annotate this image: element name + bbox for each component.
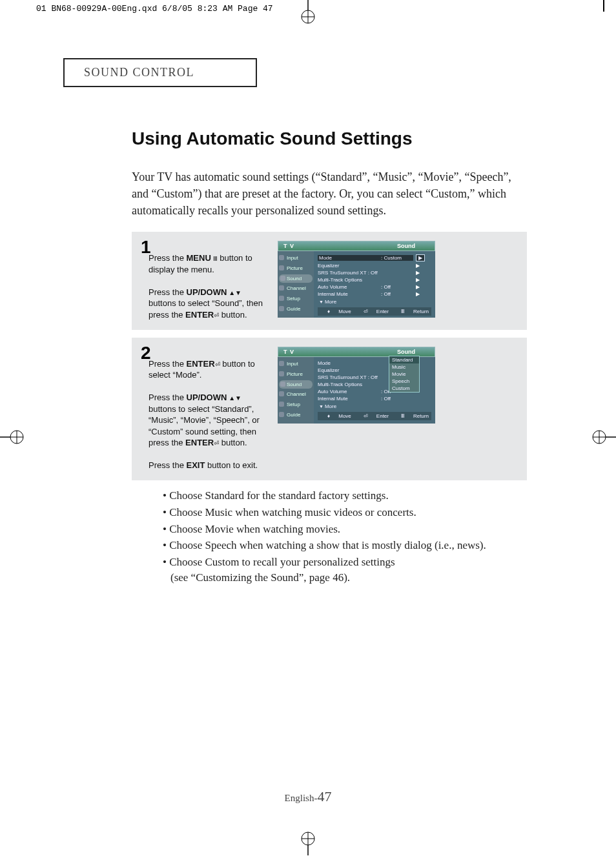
tip-speech: Choose Speech when watching a show that … [163, 538, 527, 553]
step-1-text: Press the MENU Ⅲ button to display the m… [149, 238, 270, 320]
enter-label: ENTER [187, 359, 215, 369]
osd-nav-sound: Sound [279, 274, 313, 283]
osd-footer: ♦ Move ⏎ Enter Ⅲ Return [318, 307, 431, 316]
footer-lang: English- [285, 793, 318, 803]
nav-label: Guide [287, 412, 300, 418]
setup-icon [279, 402, 284, 407]
osd-nav-picture: Picture [278, 370, 314, 378]
updown-icon: ▲▼ [227, 394, 241, 402]
osd-val: : Off [381, 291, 413, 297]
osd-tv-label: T V [278, 347, 300, 356]
osd-nav-setup: Setup [278, 400, 314, 409]
text-span: Press the [149, 253, 187, 263]
foot-label: Move [331, 309, 351, 314]
option-movie: Movie [389, 371, 419, 378]
osd-foot-enter: ⏎ Enter [356, 413, 389, 419]
osd-key: Internal Mute [318, 291, 381, 297]
osd-header: T V Sound [278, 241, 435, 251]
osd-foot-enter: ⏎ Enter [356, 309, 389, 314]
footer-page-number: 47 [317, 788, 331, 804]
osd-nav: Input Picture Sound Channel Setup Guide [278, 357, 314, 424]
section-tab-label: SOUND CONTROL [84, 66, 194, 79]
page-title: Using Automatic Sound Settings [132, 128, 553, 149]
text-span: button to exit. [205, 460, 258, 470]
channel-icon [279, 285, 284, 291]
arrow-right-icon: ▶ [413, 270, 420, 276]
cropmark-top [295, 0, 321, 26]
input-icon [279, 255, 284, 260]
arrow-right-icon: ▶ [413, 291, 420, 297]
picture-icon [279, 371, 284, 376]
osd-key: Auto Volume [318, 389, 381, 394]
foot-label: Enter [369, 309, 389, 314]
osd-nav-setup: Setup [278, 294, 314, 303]
nav-label: Setup [287, 402, 300, 407]
exit-label: EXIT [187, 460, 205, 470]
osd-main: Mode : Custom ▶ Equalizer▶ SRS TruSurrou… [314, 251, 435, 318]
tip-custom-line1: Choose Custom to recall your personalize… [169, 556, 395, 568]
osd-key: Multi-Track Options [318, 277, 381, 283]
cropmark-top-right [603, 0, 604, 12]
step-1-screenshot: T V Sound Input Picture Sound Channel Se… [278, 238, 518, 320]
osd-foot-return: Ⅲ Return [394, 413, 429, 419]
osd-key: Equalizer [318, 263, 381, 269]
foot-label: Enter [369, 413, 389, 419]
menu-label: MENU [187, 253, 211, 263]
guide-icon [279, 412, 284, 417]
osd-nav-input: Input [278, 254, 314, 262]
osd-title: Sound [397, 241, 435, 250]
nav-label: Picture [287, 371, 303, 377]
nav-label: Picture [287, 265, 303, 271]
step-2-card: 2 Press the ENTER⏎ button to select “Mod… [132, 338, 527, 480]
tip-movie: Choose Movie when watching movies. [163, 522, 527, 537]
osd-key: Mode [318, 360, 381, 366]
osd-nav: Input Picture Sound Channel Setup Guide [278, 251, 314, 318]
nav-label: Setup [287, 296, 300, 301]
sound-icon [280, 382, 285, 387]
osd-more: More [318, 298, 431, 307]
foot-label: Move [331, 413, 351, 419]
osd-row-intmute: Internal Mute: Off▶ [318, 291, 431, 298]
cropmark-bottom [295, 830, 321, 858]
nav-label: Input [287, 361, 298, 367]
nav-label: Sound [287, 382, 302, 387]
osd-title: Sound [397, 347, 435, 356]
osd-main: Mode Equalizer SRS TruSurround XT : Off … [314, 357, 435, 424]
option-custom: Custom [389, 385, 419, 392]
picture-icon [279, 265, 284, 271]
print-header: 01 BN68-00929A-00Eng.qxd 6/8/05 8:23 AM … [36, 4, 273, 14]
tip-custom: Choose Custom to recall your personalize… [163, 555, 527, 586]
cropmark-left [0, 424, 26, 453]
foot-label: Return [406, 413, 429, 419]
osd-nav-guide: Guide [278, 305, 314, 313]
guide-icon [279, 306, 284, 311]
step-2-text: Press the ENTER⏎ button to select “Mode”… [149, 344, 270, 471]
osd-nav-sound: Sound [279, 380, 313, 389]
text-span: Press the [149, 359, 187, 369]
updown-label: UP/DOWN [187, 393, 227, 402]
step-2-screenshot: T V Sound Input Picture Sound Channel Se… [278, 344, 518, 471]
intro-paragraph: Your TV has automatic sound settings (“S… [132, 169, 527, 219]
tip-music: Choose Music when watching music videos … [163, 505, 527, 520]
option-music: Music [389, 363, 419, 371]
osd-footer: ♦ Move ⏎ Enter Ⅲ Return [318, 412, 431, 420]
input-icon [279, 361, 284, 366]
nav-label: Channel [287, 391, 306, 397]
tips-list: Choose Standard for the standard factory… [137, 488, 527, 586]
osd-val: : Off [381, 396, 413, 402]
text-span: Press the [149, 460, 187, 470]
osd-nav-channel: Channel [278, 390, 314, 398]
osd-key: Equalizer [318, 367, 381, 373]
osd-row-mode: Mode : Custom ▶ [318, 254, 431, 262]
osd-nav-guide: Guide [278, 411, 314, 419]
osd-foot-move: ♦ Move [320, 413, 351, 419]
nav-label: Channel [287, 285, 306, 291]
enter-label: ENTER [185, 438, 214, 447]
tip-custom-line2: (see “Customizing the Sound”, page 46). [170, 571, 350, 584]
text-span: button. [219, 310, 247, 320]
osd-key: SRS TruSurround XT : Off [318, 270, 413, 276]
tip-standard: Choose Standard for the standard factory… [163, 488, 527, 504]
osd-more: More [318, 402, 431, 412]
nav-label: Guide [287, 306, 300, 312]
arrow-right-icon: ▶ [413, 263, 420, 269]
